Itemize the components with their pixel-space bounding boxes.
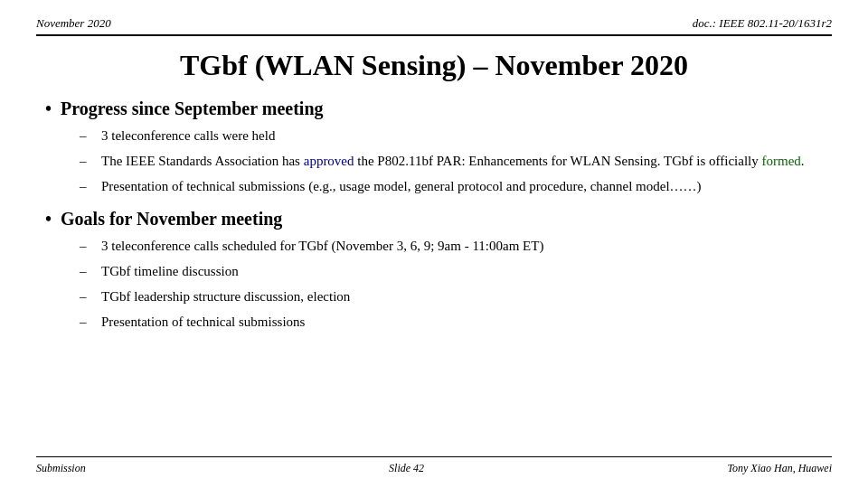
dash-icon: – <box>80 313 92 333</box>
header-right: doc.: IEEE 802.11-20/1631r2 <box>693 16 832 31</box>
sub-text-2-2: TGbf timeline discussion <box>101 262 823 282</box>
sub-bullets-1: – 3 teleconference calls were held – The… <box>80 127 823 196</box>
dash-icon: – <box>80 262 92 282</box>
slide: November 2020 doc.: IEEE 802.11-20/1631r… <box>0 0 868 488</box>
sub-bullet-2-1: – 3 teleconference calls scheduled for T… <box>80 237 823 257</box>
dash-icon: – <box>80 152 92 172</box>
sub-bullet-1-2: – The IEEE Standards Association has app… <box>80 152 823 172</box>
sub-text-2-4: Presentation of technical submissions <box>101 313 823 333</box>
dash-icon: – <box>80 287 92 307</box>
footer-center: Slide 42 <box>389 462 424 475</box>
bullet-dot-1: • <box>45 99 52 119</box>
sub-bullet-1-1: – 3 teleconference calls were held <box>80 127 823 146</box>
bullet-main-1: • Progress since September meeting <box>45 99 823 119</box>
bullet-dot-2: • <box>45 209 52 230</box>
bullet-main-2: • Goals for November meeting <box>45 209 823 230</box>
text-part-1: The IEEE Standards Association has <box>101 154 304 168</box>
text-period: . <box>801 154 805 168</box>
sub-text-1-3: Presentation of technical submissions (e… <box>101 177 823 197</box>
dash-icon: – <box>80 127 92 146</box>
section-1-label: Progress since September meeting <box>61 99 324 119</box>
slide-content: • Progress since September meeting – 3 t… <box>36 99 832 453</box>
footer-right: Tony Xiao Han, Huawei <box>727 462 832 475</box>
section-2-label: Goals for November meeting <box>61 209 282 230</box>
sub-bullet-2-3: – TGbf leadership structure discussion, … <box>80 287 823 307</box>
dash-icon: – <box>80 237 92 257</box>
slide-title: TGbf (WLAN Sensing) – November 2020 <box>36 49 832 82</box>
sub-text-1-2: The IEEE Standards Association has appro… <box>101 152 823 172</box>
dash-icon: – <box>80 177 92 197</box>
header-left: November 2020 <box>36 16 111 31</box>
sub-bullet-2-2: – TGbf timeline discussion <box>80 262 823 282</box>
text-approved: approved <box>304 154 354 168</box>
text-part-2: the P802.11bf PAR: Enhancements for WLAN… <box>354 154 762 168</box>
sub-text-2-1: 3 teleconference calls scheduled for TGb… <box>101 237 823 257</box>
sub-text-1-1: 3 teleconference calls were held <box>101 127 823 146</box>
header-bar: November 2020 doc.: IEEE 802.11-20/1631r… <box>36 16 832 36</box>
sub-bullets-2: – 3 teleconference calls scheduled for T… <box>80 237 823 332</box>
sub-bullet-1-3: – Presentation of technical submissions … <box>80 177 823 197</box>
footer-left: Submission <box>36 462 86 475</box>
footer-bar: Submission Slide 42 Tony Xiao Han, Huawe… <box>36 456 832 475</box>
sub-text-2-3: TGbf leadership structure discussion, el… <box>101 287 823 307</box>
sub-bullet-2-4: – Presentation of technical submissions <box>80 313 823 333</box>
text-formed: formed <box>761 154 800 168</box>
